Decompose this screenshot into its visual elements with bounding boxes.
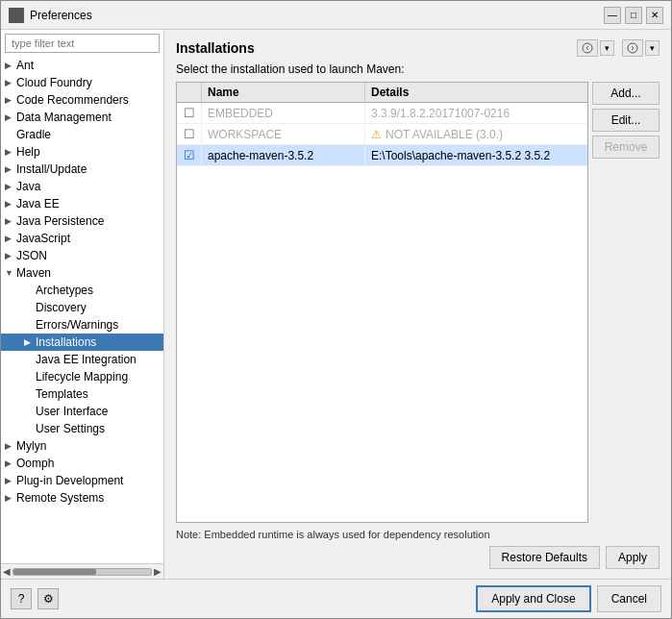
window-title: Preferences [30, 9, 604, 22]
expand-arrow: ▶ [5, 61, 16, 70]
row-name: EMBEDDED [202, 104, 365, 123]
sidebar-item-lifecycle-mapping[interactable]: ▶ Lifecycle Mapping [1, 368, 163, 385]
edit-button[interactable]: Edit... [592, 109, 660, 132]
remove-button[interactable]: Remove [592, 136, 660, 159]
sidebar-item-label: User Interface [36, 405, 160, 418]
apply-and-close-button[interactable]: Apply and Close [476, 585, 590, 612]
sidebar-item-ant[interactable]: ▶ Ant [1, 57, 163, 74]
expand-arrow: ▶ [5, 182, 16, 191]
forward-dropdown-button[interactable]: ▾ [645, 40, 660, 56]
sidebar-item-java-persistence[interactable]: ▶ Java Persistence [1, 212, 163, 230]
sidebar-item-javascript[interactable]: ▶ JavaScript [1, 230, 163, 247]
sidebar-item-user-settings[interactable]: ▶ User Settings [1, 420, 163, 437]
row-checkbox[interactable]: ☐ [177, 124, 202, 144]
dialog-footer: ? ⚙ Apply and Close Cancel [1, 579, 671, 618]
expand-arrow: ▶ [5, 458, 16, 468]
expand-arrow: ▶ [5, 95, 16, 105]
expand-arrow: ▶ [5, 441, 16, 451]
sidebar-item-java[interactable]: ▶ Java [1, 178, 163, 195]
sidebar-item-gradle[interactable]: ▶ Gradle [1, 126, 163, 143]
add-button[interactable]: Add... [592, 82, 660, 105]
note-text: Note: Embedded runtime is always used fo… [176, 529, 660, 540]
sidebar-item-maven[interactable]: ▼ Maven [1, 264, 163, 282]
sidebar-scrollbar[interactable]: ◀ ▶ [1, 563, 163, 579]
back-dropdown-button[interactable]: ▾ [600, 40, 614, 56]
table-row[interactable]: ☐ WORKSPACE ⚠ NOT AVAILABLE (3.0.) [177, 124, 587, 145]
sidebar-item-templates[interactable]: ▶ Templates [1, 385, 163, 403]
sidebar-item-label: Install/Update [16, 162, 160, 176]
sidebar-item-oomph[interactable]: ▶ Oomph [1, 455, 163, 472]
scroll-right-icon[interactable]: ▶ [154, 566, 162, 577]
toolbar: ▾ ▾ [577, 39, 660, 57]
preferences-button[interactable]: ⚙ [37, 588, 59, 609]
sidebar-item-label: JavaScript [16, 232, 160, 245]
sidebar-item-label: User Settings [36, 422, 160, 435]
titlebar: Preferences — □ ✕ [1, 1, 671, 30]
sidebar-item-java-ee[interactable]: ▶ Java EE [1, 195, 163, 212]
sidebar-item-label: Mylyn [16, 439, 160, 453]
window-icon [9, 8, 24, 23]
sidebar-item-cloud-foundry[interactable]: ▶ Cloud Foundry [1, 74, 163, 91]
sidebar-item-label: Java [16, 180, 160, 193]
sidebar-item-archetypes[interactable]: ▶ Archetypes [1, 282, 163, 299]
svg-point-2 [583, 43, 592, 53]
expand-arrow: ▶ [5, 112, 16, 122]
row-checkbox[interactable]: ☐ [177, 103, 202, 123]
forward-button[interactable] [622, 39, 643, 57]
warning-icon: ⚠ [371, 128, 382, 141]
sidebar-item-label: Help [16, 145, 160, 159]
sidebar-item-label: Templates [36, 387, 160, 401]
checkbox-icon: ☑ [184, 148, 195, 162]
expand-arrow: ▶ [5, 199, 16, 209]
scroll-left-icon[interactable]: ◀ [3, 566, 11, 577]
window-controls: — □ ✕ [604, 7, 663, 24]
sidebar-item-json[interactable]: ▶ JSON [1, 247, 163, 264]
expand-arrow: ▶ [5, 147, 16, 157]
footer-right: Apply and Close Cancel [476, 585, 661, 612]
sidebar-item-user-interface[interactable]: ▶ User Interface [1, 403, 163, 420]
sidebar-item-code-recommenders[interactable]: ▶ Code Recommenders [1, 91, 163, 109]
main-header: Installations ▾ ▾ [176, 39, 660, 57]
sidebar-item-install-update[interactable]: ▶ Install/Update [1, 161, 163, 178]
sidebar-item-label: Java EE [16, 197, 160, 210]
sidebar-item-mylyn[interactable]: ▶ Mylyn [1, 437, 163, 455]
sidebar-item-plugin-development[interactable]: ▶ Plug-in Development [1, 472, 163, 489]
expand-arrow: ▶ [24, 285, 36, 295]
table-row[interactable]: ☑ apache-maven-3.5.2 E:\Tools\apache-mav… [177, 145, 587, 166]
expand-arrow: ▶ [24, 424, 36, 433]
sidebar-item-help[interactable]: ▶ Help [1, 143, 163, 161]
expand-arrow: ▶ [5, 234, 16, 243]
expand-arrow: ▶ [24, 337, 36, 347]
expand-arrow: ▶ [5, 78, 16, 87]
checkbox-icon: ☐ [184, 127, 195, 141]
minimize-button[interactable]: — [604, 7, 621, 24]
sidebar-item-label: Code Recommenders [16, 93, 160, 107]
cancel-button[interactable]: Cancel [597, 585, 661, 612]
sidebar-item-java-ee-integration[interactable]: ▶ Java EE Integration [1, 351, 163, 368]
apply-button[interactable]: Apply [606, 546, 660, 569]
sidebar-item-data-management[interactable]: ▶ Data Management [1, 109, 163, 126]
maximize-button[interactable]: □ [625, 7, 642, 24]
filter-input[interactable] [5, 34, 160, 53]
back-button[interactable] [577, 39, 598, 57]
restore-defaults-button[interactable]: Restore Defaults [489, 546, 600, 569]
help-button[interactable]: ? [11, 588, 32, 609]
page-title: Installations [176, 40, 255, 56]
sidebar-item-label: JSON [16, 249, 160, 262]
sidebar-item-errors-warnings[interactable]: ▶ Errors/Warnings [1, 316, 163, 334]
row-name: WORKSPACE [202, 125, 365, 144]
row-checkbox[interactable]: ☑ [177, 145, 202, 165]
table-row[interactable]: ☐ EMBEDDED 3.3.9/1.8.2.20171007-0216 [177, 103, 587, 124]
svg-point-3 [628, 43, 637, 53]
close-button[interactable]: ✕ [646, 7, 663, 24]
sidebar-item-discovery[interactable]: ▶ Discovery [1, 299, 163, 316]
sidebar-item-remote-systems[interactable]: ▶ Remote Systems [1, 489, 163, 507]
expand-arrow: ▼ [5, 268, 16, 278]
expand-arrow: ▶ [5, 476, 16, 485]
sidebar-item-installations[interactable]: ▶ Installations [1, 334, 163, 351]
sidebar-item-label: Java EE Integration [36, 353, 160, 366]
installations-area: Name Details ☐ EMBEDDED 3.3.9/1.8.2.2017… [176, 82, 660, 523]
tree-container: ▶ Ant ▶ Cloud Foundry ▶ Code Recommender… [1, 57, 163, 563]
sidebar-item-label: Discovery [36, 301, 160, 314]
preferences-window: Preferences — □ ✕ ▶ Ant ▶ Cloud Foundry [0, 0, 672, 619]
